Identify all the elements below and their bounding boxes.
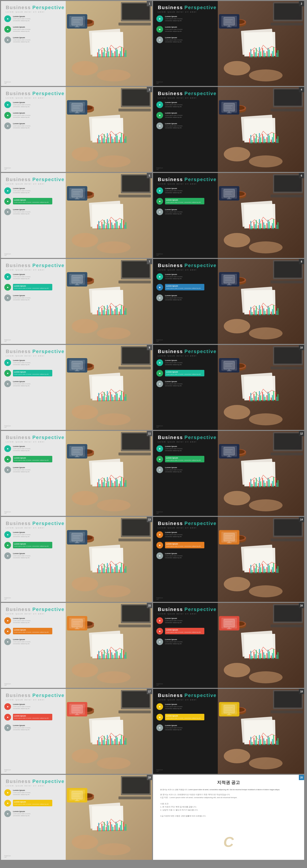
svg-rect-234 xyxy=(276,224,277,229)
svg-rect-434 xyxy=(117,479,118,487)
slide-12: 12 Business Perspective Lorem ipsum dolo… xyxy=(153,431,304,516)
svg-rect-667 xyxy=(98,737,100,745)
list-text-1: Lorem Ipsum Lorem ipsum dolor sit amet,c… xyxy=(13,101,52,108)
svg-rect-13 xyxy=(101,50,103,57)
left-content: ● Lorem Ipsum Lorem ipsum dolor sit amet… xyxy=(157,101,204,133)
title-word2: Perspective xyxy=(32,177,65,182)
svg-rect-355 xyxy=(121,391,122,401)
svg-rect-349 xyxy=(112,397,113,401)
list-item-1: ● Lorem Ipsum Lorem ipsum dolor sit amet… xyxy=(157,359,204,366)
slide-num: 11 xyxy=(147,431,152,436)
list-icon-1: ● xyxy=(157,273,163,280)
svg-rect-267 xyxy=(112,311,113,315)
svg-rect-383 xyxy=(255,396,256,401)
slide-num: 14 xyxy=(299,517,304,522)
slide-3: 3 Business Perspective Lorem ipsum dolor… xyxy=(1,87,152,172)
svg-point-729 xyxy=(249,757,282,769)
svg-rect-461 xyxy=(249,482,250,487)
svg-rect-61 xyxy=(263,51,264,57)
title-word1: Business xyxy=(6,435,31,440)
svg-rect-66 xyxy=(271,54,272,57)
slide-footer: DigitalLabLtd. xyxy=(157,511,163,514)
svg-rect-454 xyxy=(274,433,302,450)
left-content: ● Lorem Ipsum Lorem ipsum dolor sit amet… xyxy=(4,16,52,47)
svg-rect-102 xyxy=(111,136,112,143)
svg-rect-708 xyxy=(250,737,251,745)
list-item-2: ● Lorem Ipsum Lorem ipsum dolor sit amet… xyxy=(4,456,52,463)
svg-rect-249 xyxy=(122,261,150,278)
svg-rect-562 xyxy=(276,568,277,573)
svg-rect-274 xyxy=(123,307,124,315)
list-icon-1: ● xyxy=(4,16,11,22)
slide-20: 20 지적권 공고 본 문서는 비즈니스 관련 자료입니다. Lorem ips… xyxy=(153,775,304,860)
svg-rect-382 xyxy=(253,394,255,401)
list-icon-2: ● xyxy=(157,456,163,463)
svg-rect-265 xyxy=(110,306,111,315)
svg-rect-760 xyxy=(114,825,115,831)
svg-rect-352 xyxy=(117,394,118,401)
svg-rect-271 xyxy=(119,311,120,315)
svg-rect-585 xyxy=(98,651,100,659)
svg-rect-672 xyxy=(106,741,107,745)
svg-rect-51 xyxy=(249,52,250,57)
list-item-3: ● Lorem Ipsum Lorem ipsum dolor sit amet… xyxy=(157,639,204,645)
list-icon-3: ● xyxy=(157,36,163,43)
svg-rect-142 xyxy=(262,134,263,143)
svg-rect-758 xyxy=(111,824,112,831)
list-item-3: ● Lorem Ipsum Lorem ipsum dolor sit amet… xyxy=(4,552,52,559)
title-word1: Business xyxy=(158,177,183,182)
list-text-1: Lorem Ipsum Lorem ipsum dolor sit amet,c… xyxy=(165,101,204,108)
svg-rect-626 xyxy=(250,651,251,659)
svg-rect-721 xyxy=(269,737,270,745)
svg-rect-471 xyxy=(263,480,264,487)
slide-num: 6 xyxy=(299,173,304,178)
svg-rect-751 xyxy=(101,824,103,831)
list-text-1: Lorem Ipsum Lorem ipsum dolor sit amet,c… xyxy=(165,359,204,366)
list-text-3: Lorem Ipsum Lorem ipsum dolor sit amet,c… xyxy=(13,380,52,387)
svg-rect-710 xyxy=(253,738,255,745)
svg-rect-356 xyxy=(123,393,124,401)
svg-rect-598 xyxy=(117,651,118,659)
slide-footer: DigitalLabLtd. xyxy=(4,339,11,342)
slide-footer: DigitalLabLtd. xyxy=(157,167,163,170)
title-word1: Business xyxy=(158,91,183,96)
list-text-1: Lorem Ipsum Lorem ipsum dolor sit amet,c… xyxy=(13,789,52,796)
svg-rect-221 xyxy=(258,225,259,229)
slide-subtitle: Lorem ipsum dolor sit amet xyxy=(6,269,45,271)
list-item-1: ● Lorem Ipsum Lorem ipsum dolor sit amet… xyxy=(4,703,52,710)
list-text-2: Lorem Ipsum Lorem ipsum dolor sit amet,c… xyxy=(13,112,52,118)
list-icon-3: ● xyxy=(4,639,11,645)
list-text-1: Lorem Ipsum Lorem ipsum dolor sit amet,c… xyxy=(13,187,52,194)
svg-rect-353 xyxy=(119,398,120,401)
doc-body: 본 문서는 비즈니스 관련 자료입니다. Lorem ipsum dolor s… xyxy=(160,788,297,792)
svg-rect-86 xyxy=(118,108,151,112)
svg-rect-148 xyxy=(271,140,272,143)
svg-rect-725 xyxy=(275,736,276,745)
slide-footer: DigitalLabLtd. xyxy=(157,339,163,342)
highlight-pill-2: Lorem Ipsum Lorem ipsum dolor sit amet, … xyxy=(13,284,52,290)
svg-rect-604 xyxy=(126,652,126,659)
svg-point-483 xyxy=(249,499,282,512)
title-word2: Perspective xyxy=(32,435,65,440)
slide-footer: DigitalLabLtd. xyxy=(4,855,11,858)
desk-scene xyxy=(66,1,152,86)
svg-rect-52 xyxy=(250,49,251,57)
svg-rect-677 xyxy=(112,741,113,745)
svg-rect-180 xyxy=(106,225,107,229)
svg-rect-559 xyxy=(272,567,273,573)
svg-point-769 xyxy=(72,835,98,849)
svg-rect-307 xyxy=(263,308,264,315)
svg-rect-544 xyxy=(250,565,251,573)
svg-rect-45 xyxy=(271,23,303,26)
svg-rect-670 xyxy=(103,740,104,745)
slide-subtitle: Lorem ipsum dolor sit amet xyxy=(158,269,197,271)
svg-rect-506 xyxy=(103,568,104,573)
desk-scene xyxy=(218,517,304,602)
list-text-1: Lorem Ipsum Lorem ipsum dolor sit amet,c… xyxy=(165,703,204,710)
left-content: ● Lorem Ipsum Lorem ipsum dolor sit amet… xyxy=(157,703,204,735)
svg-rect-100 xyxy=(108,137,109,144)
svg-rect-150 xyxy=(273,133,274,143)
svg-rect-193 xyxy=(124,224,125,229)
list-icon-3: ● xyxy=(4,724,11,731)
svg-rect-209 xyxy=(271,194,303,197)
